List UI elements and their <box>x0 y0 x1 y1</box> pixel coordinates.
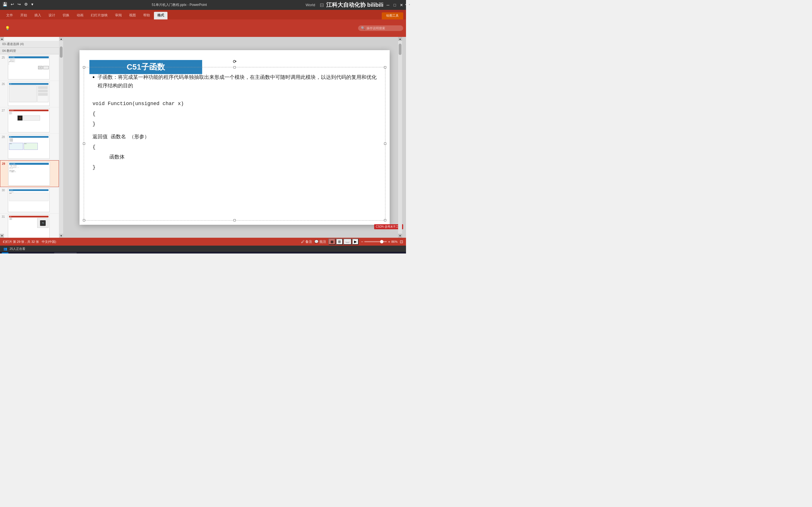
panel-scroll-thumb[interactable] <box>60 47 63 58</box>
tab-drawing-tools[interactable]: 绘图工具 <box>382 12 403 19</box>
rotate-handle[interactable]: ⟳ <box>233 59 237 64</box>
search-icon: 🔍 <box>361 26 365 30</box>
slide-item-31[interactable]: 31 标题 • 内容行 • 内容行 📷 <box>0 214 59 238</box>
slide-thumb-27: 数码管显示 内容行1 内容行2 8 <box>8 108 50 132</box>
slide-info: 幻灯片 第 29 张，共 32 张 <box>3 240 39 244</box>
tab-file[interactable]: 文件 <box>3 12 16 19</box>
slide-thumb-29: C51子函数 • 子函数：将完成某... void Function(...) … <box>8 162 50 186</box>
start-button[interactable]: ⊞ <box>2 252 8 253</box>
tab-view[interactable]: 视图 <box>126 12 139 19</box>
normal-view-button[interactable]: ▦ <box>328 238 336 245</box>
undo-icon[interactable]: ↩ <box>10 1 15 7</box>
green-app[interactable]: ⚙ <box>88 252 96 253</box>
code-line-2: { <box>93 109 377 119</box>
canvas-area: ▲ ▼ C51子函数 ⟳ <box>63 37 406 238</box>
slide-num-31: 31 <box>2 215 7 218</box>
firefox-app[interactable]: 🦊 <box>45 252 53 253</box>
code-line-6: { <box>93 142 377 152</box>
slide-panel-scrollbar[interactable]: ▲ ▼ <box>59 37 63 238</box>
handle-tr[interactable] <box>384 66 386 68</box>
tab-review[interactable]: 审阅 <box>112 12 125 19</box>
minimize-button[interactable]: ─ <box>386 3 390 7</box>
quick-access-toolbar: 💾 ↩ ↪ ⚙ ▾ <box>1 1 35 7</box>
slide-sorter-button[interactable]: ⊞ <box>336 238 343 245</box>
tab-switch[interactable]: 切换 <box>59 12 73 19</box>
slide-num-30: 30 <box>2 188 7 192</box>
slide-item-30[interactable]: 30 管理程序 表头1 表头2 表头3 表格数据 <box>0 187 59 214</box>
search-box[interactable]: 🔍 <box>358 25 403 31</box>
zoom-track[interactable] <box>364 241 387 242</box>
restore-button[interactable]: □ <box>393 3 397 7</box>
canvas-vscrollbar[interactable]: ▲ ▼ <box>398 37 402 238</box>
vscroll-down[interactable]: ▼ <box>398 234 402 238</box>
handle-tl[interactable] <box>83 66 85 68</box>
panel-scroll-down[interactable]: ▼ <box>59 234 63 238</box>
zoom-level: 86% <box>391 240 398 243</box>
powerpoint-icon: P <box>56 253 59 253</box>
taskview-icon[interactable]: ⧉ <box>17 252 24 253</box>
slide-item-27[interactable]: 27 数码管显示 内容行1 内容行2 8 <box>0 107 59 134</box>
handle-mr[interactable] <box>384 143 386 145</box>
tab-start[interactable]: 开始 <box>17 12 31 19</box>
title-bar: 💾 ↩ ↪ ⚙ ▾ • • • 51单片机入门教程.pptx - PowerPo… <box>0 0 406 10</box>
handle-tm[interactable] <box>234 66 236 68</box>
comment-button[interactable]: 💬 批注 <box>314 239 326 244</box>
slide-item-26[interactable]: 26 标题 <box>0 81 59 107</box>
blue-app[interactable]: 📋 <box>98 252 107 253</box>
reading-view-button[interactable]: 📖 <box>343 238 352 245</box>
zoom-out-button[interactable]: − <box>361 240 363 244</box>
tab-insert[interactable]: 插入 <box>31 12 45 19</box>
tab-slideshow[interactable]: 幻灯片放映 <box>87 12 111 19</box>
scroll-down-arrow[interactable]: ▼ <box>0 234 4 238</box>
search-taskbar-icon[interactable]: 🔍 <box>10 252 16 253</box>
title-bar-title: 51单片机入门教程.pptx - PowerPoint <box>53 3 306 7</box>
slide-item-29[interactable]: 29 C51子函数 • 子函数：将完成某... void Function(..… <box>0 160 59 187</box>
slide-num-29: 29 <box>2 162 7 165</box>
slide-thumb-31: 标题 • 内容行 • 内容行 📷 <box>8 215 50 238</box>
viewer-banner: 👥 25人正在看 <box>0 245 406 252</box>
bullet-item: • 子函数：将完成某一种功能的程序代码单独抽取出来形成一个模块，在主函数中可随时… <box>93 73 377 96</box>
tab-format[interactable]: 格式 <box>154 12 167 19</box>
panel-scroll-up[interactable]: ▲ <box>59 37 63 41</box>
zoom-in-button[interactable]: + <box>388 240 390 244</box>
light-bulb-button[interactable]: 💡 <box>3 25 12 32</box>
slide-thumb-28: 标题 • 内容描述 • 内容描述 • 内容描述 表格内容 表格内容 <box>8 135 50 159</box>
vscroll-up[interactable]: ▲ <box>398 37 402 41</box>
zoom-thumb[interactable] <box>380 240 384 243</box>
tab-animate[interactable]: 动画 <box>73 12 87 19</box>
fit-window-button[interactable]: ⊡ <box>400 239 403 244</box>
slide-thumb-25: C51子函数 • 子函数说明文字 void Function(...) { } … <box>8 55 50 79</box>
slide-item-28[interactable]: 28 标题 • 内容描述 • 内容描述 • 内容描述 表格内容 表格内容 <box>0 134 59 160</box>
auto-icon[interactable]: ⚙ <box>23 1 29 7</box>
code-line-1: void Function(unsigned char x) <box>93 99 377 109</box>
slide-num-27: 27 <box>2 108 7 112</box>
more-icon[interactable]: ▾ <box>30 1 35 7</box>
title-bar-right: World ⊟ 江科大自动化协 bilibili ─ □ ✕ <box>306 1 404 9</box>
handle-br[interactable] <box>384 219 386 221</box>
note-button[interactable]: 🖊 备注 <box>301 239 312 244</box>
tab-design[interactable]: 设计 <box>45 12 59 19</box>
tab-help[interactable]: 帮助 <box>140 12 153 19</box>
light-bulb-icon: 💡 <box>5 26 10 31</box>
edge-app[interactable]: 🌐 <box>26 252 34 253</box>
handle-bm[interactable] <box>234 219 236 221</box>
slideshow-button[interactable]: ▶ <box>352 238 359 245</box>
explorer-app[interactable]: 📁 <box>35 252 43 253</box>
save-icon[interactable]: 💾 <box>1 1 8 7</box>
vscroll-thumb[interactable] <box>399 44 402 55</box>
bullet-text: 子函数：将完成某一种功能的程序代码单独抽取出来形成一个模块，在主函数中可随时调用… <box>98 73 377 90</box>
code-line-4: } <box>93 119 377 129</box>
code-line-7: 函数体 <box>109 152 377 162</box>
slide-num-26: 26 <box>2 82 7 86</box>
slide-item-25[interactable]: 25 C51子函数 • 子函数说明文字 void Function(...) {… <box>0 54 59 81</box>
window-icon: ⊟ <box>320 2 324 8</box>
powerpoint-app[interactable]: P PowerPoint <box>54 252 77 253</box>
orange-app[interactable]: 🎮 <box>78 252 87 253</box>
handle-bl[interactable] <box>83 219 85 221</box>
scroll-up-arrow[interactable]: ▲ <box>0 37 4 41</box>
content-selection-box[interactable]: ⟳ • 子函数：将完成某一种功能的程序代码单独抽取出来形成一个模块，在主函数中可… <box>84 67 386 221</box>
code-line-5: 返回值 函数名 （形参） <box>93 132 377 142</box>
handle-ml[interactable] <box>83 143 85 145</box>
redo-icon[interactable]: ↪ <box>16 1 22 7</box>
search-input[interactable] <box>366 26 400 30</box>
